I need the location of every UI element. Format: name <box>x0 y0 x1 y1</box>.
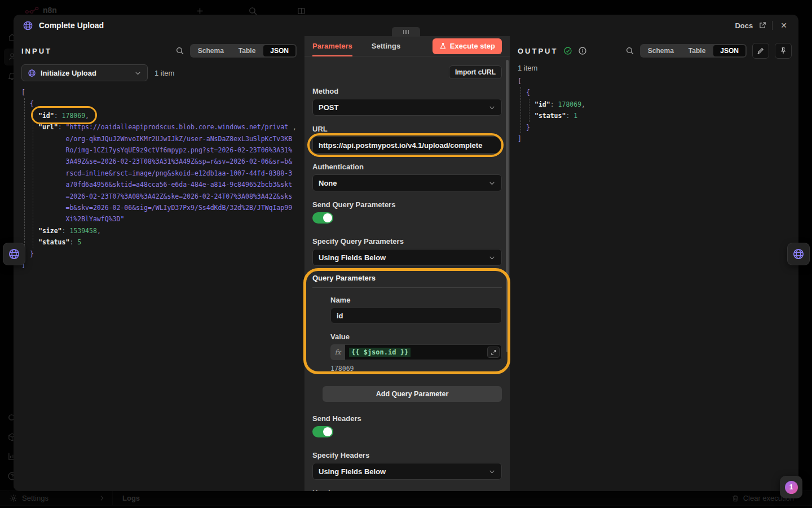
input-display-mode-tabs: Schema Table JSON <box>190 44 297 58</box>
specify-query-parameters-select[interactable]: Using Fields Below <box>312 249 502 266</box>
json-bracket: ] <box>21 260 297 271</box>
output-tab-table[interactable]: Table <box>682 45 712 56</box>
pin-data-button[interactable] <box>775 43 792 59</box>
json-bracket: ] <box>518 133 792 144</box>
authentication-value: None <box>319 179 337 187</box>
json-bracket: } <box>30 248 297 260</box>
expand-expression-icon[interactable] <box>487 347 500 358</box>
execute-step-label: Execute step <box>450 42 495 50</box>
input-source-value: Initialize Upload <box>41 69 96 77</box>
chevron-down-icon <box>488 254 496 261</box>
query-param-name-label: Name <box>330 296 502 304</box>
panel-drag-handle[interactable] <box>392 27 420 37</box>
input-source-select[interactable]: Initialize Upload <box>21 64 148 81</box>
tab-settings[interactable]: Settings <box>372 36 400 56</box>
input-tab-schema[interactable]: Schema <box>191 45 231 56</box>
chevron-down-icon <box>134 69 142 77</box>
input-tab-json[interactable]: JSON <box>263 45 295 56</box>
header-divider <box>772 21 773 30</box>
query-param-name-input[interactable]: id <box>330 308 502 323</box>
specify-query-parameters-label: Specify Query Parameters <box>312 237 502 246</box>
flask-icon <box>439 42 447 50</box>
tab-parameters[interactable]: Parameters <box>312 36 352 56</box>
send-headers-label: Send Headers <box>312 414 502 423</box>
input-panel-title: INPUT <box>21 47 52 55</box>
globe-node-icon-small <box>28 69 36 77</box>
json-row-status: "status": 5 <box>38 237 297 248</box>
method-label: Method <box>312 87 502 95</box>
send-query-parameters-label: Send Query Parameters <box>312 200 502 209</box>
node-title[interactable]: Complete Upload <box>39 21 104 30</box>
json-row-url: "url": "https://oaidalleapiprodscus.blob… <box>38 121 297 225</box>
json-row-size: "size": 1539458, <box>38 225 297 237</box>
query-param-value-label: Value <box>330 332 502 341</box>
fx-badge[interactable]: fx <box>330 344 345 360</box>
chevron-down-icon <box>488 468 496 475</box>
output-item-count: 1 item <box>518 64 792 72</box>
specify-headers-label: Specify Headers <box>312 451 502 459</box>
info-icon[interactable] <box>578 46 587 55</box>
output-tab-schema[interactable]: Schema <box>641 45 681 56</box>
output-search-icon[interactable] <box>625 46 634 55</box>
output-json-tree[interactable]: [{"id": 178069,"status": 1}] <box>518 76 792 144</box>
json-row-id: "id": 178069, <box>535 99 792 110</box>
chevron-down-icon <box>488 104 496 111</box>
json-bracket: { <box>30 98 297 110</box>
expression-text: {{ $json.id }} <box>349 348 411 357</box>
authentication-label: Authentication <box>312 163 502 171</box>
json-bracket: { <box>526 87 792 98</box>
expression-result: 178069 <box>330 365 502 373</box>
edit-output-button[interactable] <box>752 43 769 59</box>
close-button[interactable]: ✕ <box>778 21 789 30</box>
parameters-tab-bar: Parameters Settings Execute step <box>304 36 510 56</box>
output-panel-title: OUTPUT <box>518 47 558 55</box>
send-query-parameters-toggle[interactable] <box>312 212 333 224</box>
input-panel: INPUT Schema Table JSON Initialize Uploa… <box>14 36 304 491</box>
headers-section-title: Headers <box>312 489 502 491</box>
execute-step-button[interactable]: Execute step <box>433 38 502 54</box>
scrollbar-thumb[interactable] <box>506 60 509 352</box>
specify-query-parameters-value: Using Fields Below <box>319 253 386 262</box>
success-check-icon <box>563 46 572 55</box>
import-curl-button[interactable]: Import cURL <box>449 65 502 79</box>
globe-node-icon <box>23 20 33 31</box>
json-row-status: "status": 1 <box>535 110 792 121</box>
parameters-panel: Parameters Settings Execute step Import … <box>304 36 510 491</box>
input-tab-table[interactable]: Table <box>232 45 262 56</box>
output-display-mode-tabs: Schema Table JSON <box>640 44 747 58</box>
output-connector-node-button[interactable] <box>787 243 810 265</box>
specify-headers-select[interactable]: Using Fields Below <box>312 463 502 480</box>
parameters-scroll-area: Import cURL Method POST URL https://api.… <box>304 56 510 491</box>
specify-headers-value: Using Fields Below <box>319 467 386 476</box>
method-value: POST <box>319 103 338 112</box>
output-panel: OUTPUT Schema Table JSON 1 item [{"id": … <box>510 36 798 491</box>
input-item-count: 1 item <box>155 69 174 77</box>
assistant-button[interactable]: 1 <box>780 476 802 498</box>
authentication-select[interactable]: None <box>312 174 502 191</box>
external-link-icon[interactable] <box>758 21 766 29</box>
query-parameters-section-title: Query Parameters <box>312 274 502 288</box>
input-search-icon[interactable] <box>175 46 184 55</box>
url-value: https://api.postmypost.io/v4.1/upload/co… <box>319 141 482 150</box>
add-query-parameter-button[interactable]: Add Query Parameter <box>323 386 502 402</box>
json-row-id: "id": 178069, <box>38 110 297 121</box>
query-param-value-row: fx {{ $json.id }} <box>330 344 502 360</box>
send-headers-toggle[interactable] <box>312 426 333 437</box>
docs-link[interactable]: Docs <box>735 21 753 30</box>
output-tab-json[interactable]: JSON <box>713 45 745 56</box>
chevron-down-icon <box>488 179 496 187</box>
url-input[interactable]: https://api.postmypost.io/v4.1/upload/co… <box>312 137 502 154</box>
assistant-badge: 1 <box>785 481 798 494</box>
method-select[interactable]: POST <box>312 99 502 116</box>
app-root: n8n Settings Logs Clear execution <box>0 0 812 508</box>
node-detail-modal: Complete Upload Docs ✕ INPUT Schema Tabl… <box>14 15 798 491</box>
input-connector-node-button[interactable] <box>3 243 25 265</box>
json-bracket: [ <box>518 76 792 87</box>
input-json-tree[interactable]: [{"id": 178069,"url": "https://oaidallea… <box>21 87 297 271</box>
json-bracket: [ <box>21 87 297 98</box>
expression-input[interactable]: {{ $json.id }} <box>345 344 502 360</box>
json-bracket: } <box>526 122 792 133</box>
url-label: URL <box>312 125 502 133</box>
